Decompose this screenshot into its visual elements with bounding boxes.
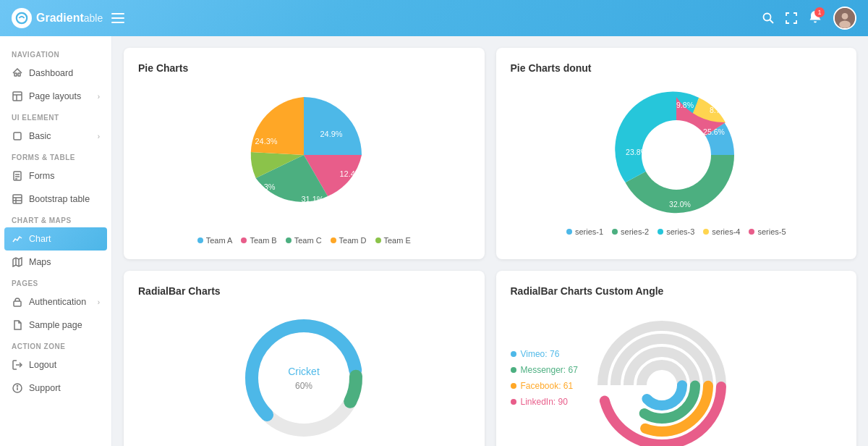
legend-series-3: series-3 <box>658 227 694 236</box>
svg-line-5 <box>770 20 774 24</box>
svg-text:32.0%: 32.0% <box>669 200 691 209</box>
file-text-icon <box>12 170 23 182</box>
pie-chart-card: Pie Charts 24.9% 12.4 <box>124 48 485 259</box>
pie-chart-container: 24.9% 12.4% 31.1% 7.3% 24.3% Team A Team… <box>138 83 470 245</box>
sidebar-item-support[interactable]: Support <box>0 376 111 400</box>
sidebar: navigation Dashboard Page layouts › ui e… <box>0 36 112 446</box>
sidebar-item-authentication[interactable]: Authentication › <box>0 290 111 314</box>
legend-series-5: series-5 <box>749 227 786 236</box>
svg-text:9.8%: 9.8% <box>676 101 694 109</box>
legend-team-a: Team A <box>197 236 233 245</box>
legend-linkedin: LinkedIn: 90 <box>511 397 578 407</box>
map-icon <box>12 256 23 268</box>
nav-section-action-zone: action zone <box>0 337 111 353</box>
pie-chart-svg: 24.9% 12.4% 31.1% 7.3% 24.3% <box>224 83 383 227</box>
donut-chart-container: 25.6% 32.0% 23.8% 9.8% 8.7% series-1 ser… <box>511 83 843 236</box>
pie-chart-title: Pie Charts <box>138 62 470 74</box>
app-body: navigation Dashboard Page layouts › ui e… <box>0 36 868 446</box>
chevron-right-icon: › <box>98 132 100 140</box>
logo-label: Gradientable <box>36 12 103 25</box>
legend-series-2: series-2 <box>612 227 649 236</box>
svg-point-35 <box>642 120 711 190</box>
svg-text:7.3%: 7.3% <box>258 182 276 191</box>
notification-badge: 1 <box>814 7 825 17</box>
sidebar-item-label: Dashboard <box>29 68 73 78</box>
svg-point-29 <box>17 385 17 386</box>
sidebar-item-bootstrap-table[interactable]: Bootstrap table <box>0 188 111 211</box>
svg-point-4 <box>764 14 771 21</box>
donut-chart-title: Pie Charts donut <box>511 62 843 74</box>
chevron-right-icon: › <box>98 93 100 101</box>
sidebar-item-basic[interactable]: Basic › <box>0 125 111 148</box>
custom-radialbar-title: RadialBar Charts Custom Angle <box>511 285 843 297</box>
svg-rect-1 <box>111 13 124 14</box>
sidebar-item-label: Logout <box>29 360 56 370</box>
user-avatar[interactable] <box>833 7 856 30</box>
nav-section-pages: pages <box>0 274 111 290</box>
notification-button[interactable]: 1 <box>809 10 822 26</box>
svg-point-0 <box>17 13 27 23</box>
sidebar-item-page-layouts[interactable]: Page layouts › <box>0 85 111 108</box>
sidebar-item-label: Authentication <box>29 297 86 307</box>
info-icon <box>12 382 23 394</box>
custom-radialbar-card: RadialBar Charts Custom Angle Vimeo: 76 … <box>496 271 857 446</box>
file-icon <box>12 319 23 331</box>
sidebar-item-label: Bootstrap table <box>29 194 90 204</box>
svg-rect-14 <box>14 132 21 140</box>
svg-rect-10 <box>18 73 20 76</box>
layout-icon <box>12 91 23 102</box>
custom-radialbar-svg <box>590 306 734 446</box>
nav-section-chart-maps: chart & maps <box>0 211 111 227</box>
sidebar-item-label: Forms <box>29 171 54 181</box>
svg-text:24.9%: 24.9% <box>320 130 343 138</box>
svg-text:60%: 60% <box>295 381 312 391</box>
radialbar-chart-card: RadialBar Charts Cricket 60% <box>124 271 485 446</box>
donut-chart-legend: series-1 series-2 series-3 series-4 seri… <box>566 227 786 236</box>
nav-section-navigation: navigation <box>0 45 111 62</box>
sidebar-item-forms[interactable]: Forms <box>0 164 111 188</box>
logo-icon <box>12 8 32 28</box>
nav-section-forms-table: forms & table <box>0 148 111 164</box>
lock-icon <box>12 296 23 308</box>
svg-text:Cricket: Cricket <box>288 366 320 377</box>
sidebar-item-maps[interactable]: Maps <box>0 251 111 274</box>
sidebar-item-label: Chart <box>29 234 51 244</box>
chevron-right-icon: › <box>98 298 100 306</box>
sidebar-item-logout[interactable]: Logout <box>0 353 111 376</box>
custom-radial-container: Vimeo: 76 Messenger: 67 Facebook: 61 Lin… <box>511 306 843 446</box>
legend-team-b: Team B <box>241 236 276 245</box>
search-icon[interactable] <box>762 12 774 24</box>
custom-radial-legend: Vimeo: 76 Messenger: 67 Facebook: 61 Lin… <box>511 349 578 407</box>
svg-text:24.3%: 24.3% <box>255 137 278 146</box>
svg-rect-9 <box>14 73 17 76</box>
home-icon <box>12 67 23 79</box>
app-header: Gradientable 1 <box>0 0 868 36</box>
svg-rect-2 <box>111 17 124 19</box>
sidebar-item-dashboard[interactable]: Dashboard <box>0 62 111 85</box>
expand-icon[interactable] <box>786 12 797 24</box>
radialbar-svg: Cricket 60% <box>231 306 376 443</box>
svg-text:23.8%: 23.8% <box>626 148 647 156</box>
logout-icon <box>12 359 23 371</box>
box-icon <box>12 130 23 142</box>
legend-messenger: Messenger: 67 <box>511 365 578 375</box>
table-icon <box>12 193 23 205</box>
menu-icon[interactable] <box>111 13 124 23</box>
sidebar-item-sample-page[interactable]: Sample page <box>0 314 111 337</box>
legend-series-4: series-4 <box>703 227 740 236</box>
svg-rect-11 <box>13 92 22 101</box>
sidebar-item-label: Maps <box>29 257 51 267</box>
legend-team-d: Team D <box>331 236 367 245</box>
logo: Gradientable <box>12 8 103 28</box>
legend-team-e: Team E <box>375 236 411 245</box>
sidebar-item-label: Basic <box>29 131 51 141</box>
svg-text:12.4%: 12.4% <box>340 169 362 178</box>
sidebar-item-chart[interactable]: Chart <box>4 227 107 251</box>
legend-vimeo: Vimeo: 76 <box>511 349 578 359</box>
radialbar-chart-title: RadialBar Charts <box>138 285 470 297</box>
sidebar-item-label: Page layouts <box>29 91 81 101</box>
sidebar-item-label: Support <box>29 383 61 393</box>
legend-series-1: series-1 <box>566 227 603 236</box>
svg-text:31.1%: 31.1% <box>302 195 324 203</box>
svg-point-7 <box>842 13 848 20</box>
